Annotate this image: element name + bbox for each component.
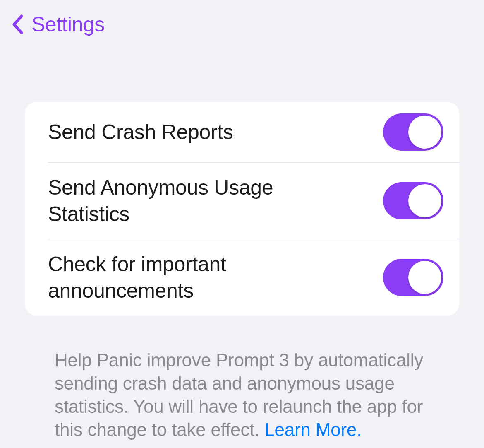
nav-bar: Settings (0, 0, 484, 45)
toggle-crash-reports[interactable] (383, 113, 443, 151)
settings-group: Send Crash Reports Send Anonymous Usage … (25, 102, 459, 316)
setting-row-usage-stats: Send Anonymous Usage Statistics (25, 163, 459, 239)
setting-row-announcements: Check for important announcements (25, 239, 459, 316)
setting-label: Send Crash Reports (48, 119, 233, 145)
chevron-left-icon (12, 14, 24, 34)
setting-row-crash-reports: Send Crash Reports (25, 102, 459, 163)
toggle-announcements[interactable] (383, 259, 443, 296)
content-area: Send Crash Reports Send Anonymous Usage … (0, 45, 484, 441)
nav-back-title[interactable]: Settings (31, 12, 105, 36)
footer-body: Help Panic improve Prompt 3 by automatic… (55, 350, 423, 440)
setting-label: Check for important announcements (48, 251, 338, 304)
learn-more-link[interactable]: Learn More. (264, 419, 362, 440)
back-button[interactable] (12, 14, 24, 34)
toggle-usage-stats[interactable] (383, 182, 443, 219)
footer-description: Help Panic improve Prompt 3 by automatic… (25, 316, 459, 441)
setting-label: Send Anonymous Usage Statistics (48, 174, 338, 227)
